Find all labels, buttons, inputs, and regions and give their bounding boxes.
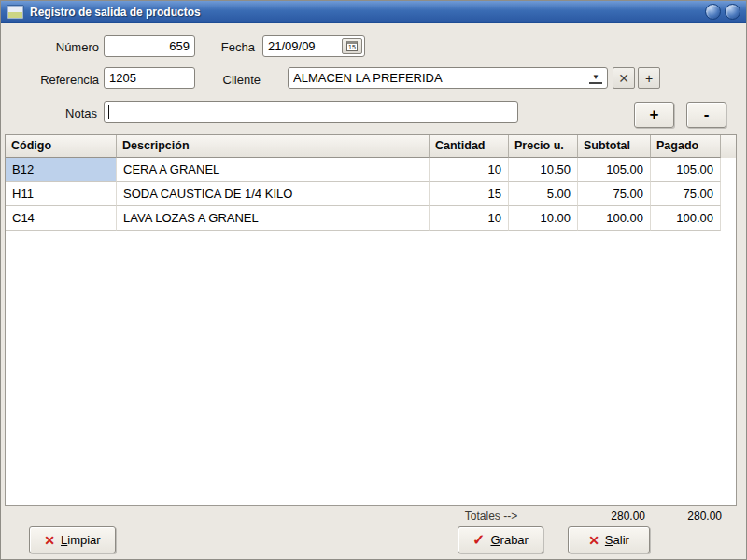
header-cantidad[interactable]: Cantidad <box>430 135 509 158</box>
cell-pagado[interactable]: 75.00 <box>651 182 721 206</box>
cell-pagado[interactable]: 105.00 <box>651 158 721 182</box>
calendar-icon: 15 <box>346 41 358 51</box>
cell-cantidad[interactable]: 10 <box>430 158 509 182</box>
referencia-label: Referencia <box>1 73 99 87</box>
totals-label: Totales --> <box>430 510 552 523</box>
cliente-combobox[interactable]: ALMACEN LA PREFERIDA ▼ <box>288 67 608 89</box>
notas-label: Notas <box>1 106 97 120</box>
grabar-label: Grabar <box>490 533 528 547</box>
totals-subtotal: 280.00 <box>566 510 645 523</box>
header-pagado[interactable]: Pagado <box>651 135 721 158</box>
notas-input[interactable] <box>104 101 518 123</box>
header-filler <box>721 135 736 158</box>
cell-codigo[interactable]: H11 <box>6 182 117 206</box>
table-row[interactable]: H11 SODA CAUSTICA DE 1/4 KILO 15 5.00 75… <box>6 182 736 206</box>
header-descripcion[interactable]: Descripción <box>117 135 430 158</box>
cell-cantidad[interactable]: 10 <box>430 206 509 231</box>
cell-codigo[interactable]: B12 <box>6 158 117 182</box>
red-x-icon: ✕ <box>44 534 55 547</box>
plus-icon: + <box>650 105 659 124</box>
add-row-button[interactable]: + <box>634 102 674 128</box>
add-client-button[interactable]: + <box>638 67 660 89</box>
salir-label: Salir <box>605 533 629 547</box>
cliente-value: ALMACEN LA PREFERIDA <box>293 71 589 85</box>
cell-precio[interactable]: 5.00 <box>509 182 578 206</box>
cell-pagado[interactable]: 100.00 <box>651 206 721 231</box>
cell-descripcion[interactable]: LAVA LOZAS A GRANEL <box>117 206 430 231</box>
cell-precio[interactable]: 10.50 <box>509 158 578 182</box>
close-button[interactable] <box>725 4 740 20</box>
clear-client-button[interactable]: ✕ <box>613 67 635 89</box>
cell-subtotal[interactable]: 105.00 <box>578 158 651 182</box>
table-row[interactable]: C14 LAVA LOZAS A GRANEL 10 10.00 100.00 … <box>6 206 736 231</box>
cell-descripcion[interactable]: SODA CAUSTICA DE 1/4 KILO <box>117 182 430 206</box>
cell-subtotal[interactable]: 100.00 <box>578 206 651 231</box>
window-title: Registro de salida de productos <box>30 6 201 19</box>
maximize-button[interactable] <box>705 4 721 20</box>
app-icon <box>7 5 24 20</box>
fecha-input[interactable]: 21/09/09 15 <box>262 35 365 57</box>
grabar-button[interactable]: ✓ Grabar <box>458 526 543 553</box>
cell-codigo[interactable]: C14 <box>6 206 117 231</box>
products-table: Código Descripción Cantidad Precio u. Su… <box>5 134 737 506</box>
table-row[interactable]: B12 CERA A GRANEL 10 10.50 105.00 105.00 <box>6 158 736 182</box>
fecha-value: 21/09/09 <box>268 39 316 53</box>
header-precio[interactable]: Precio u. <box>509 135 578 158</box>
header-subtotal[interactable]: Subtotal <box>578 135 651 158</box>
red-check-icon: ✓ <box>472 533 485 548</box>
titlebar[interactable]: Registro de salida de productos <box>1 1 746 23</box>
limpiar-label: Limpiar <box>61 533 101 547</box>
salir-button[interactable]: ✕ Salir <box>568 526 650 553</box>
text-caret <box>108 105 109 119</box>
cliente-label: Cliente <box>175 73 261 87</box>
minus-icon: - <box>704 105 710 124</box>
totals-pagado: 280.00 <box>642 510 722 523</box>
clear-icon: ✕ <box>618 71 629 86</box>
cell-subtotal[interactable]: 75.00 <box>578 182 651 206</box>
table-header-row: Código Descripción Cantidad Precio u. Su… <box>6 135 736 158</box>
cell-precio[interactable]: 10.00 <box>509 206 578 231</box>
header-codigo[interactable]: Código <box>6 135 117 158</box>
calendar-button[interactable]: 15 <box>342 38 362 54</box>
remove-row-button[interactable]: - <box>686 102 726 128</box>
chevron-down-icon[interactable]: ▼ <box>589 71 602 84</box>
red-x-icon: ✕ <box>588 534 599 547</box>
plus-icon: + <box>645 71 653 86</box>
numero-label: Número <box>1 40 99 54</box>
cell-cantidad[interactable]: 15 <box>430 182 509 206</box>
limpiar-button[interactable]: ✕ Limpiar <box>29 526 116 553</box>
cell-descripcion[interactable]: CERA A GRANEL <box>117 158 430 182</box>
app-window: Registro de salida de productos Número F… <box>0 0 747 560</box>
fecha-label: Fecha <box>169 40 255 54</box>
